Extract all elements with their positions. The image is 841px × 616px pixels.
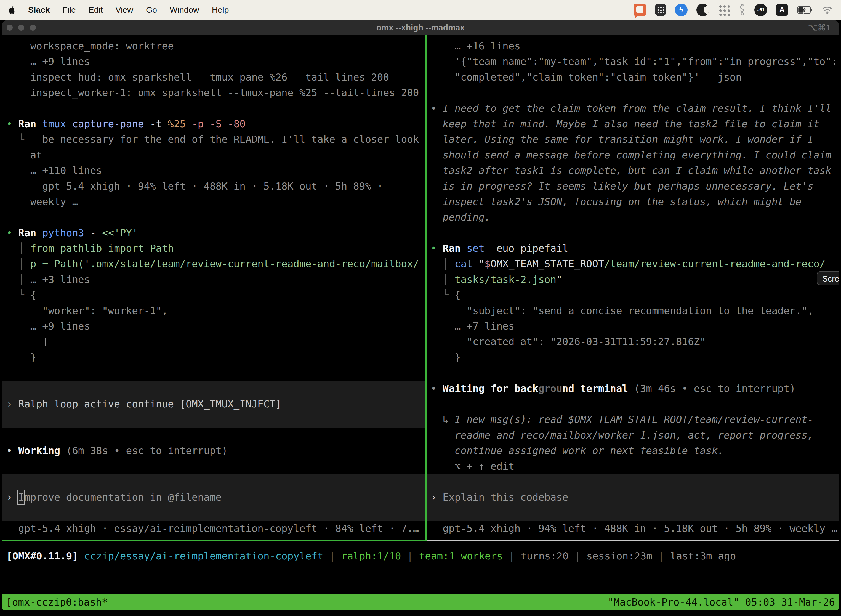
- window-title: omx --xhigh --madmax: [2, 20, 839, 35]
- screen-overlay-button[interactable]: Scre: [817, 271, 839, 285]
- terminal-line: ⌥ + ↑ edit: [431, 459, 839, 474]
- text-segment: {: [30, 289, 37, 301]
- text-segment: │: [6, 243, 30, 254]
- text-segment: Waiting for back: [442, 383, 538, 394]
- left-terminal-pane[interactable]: workspace_mode: worktree … +9 lines insp…: [2, 35, 425, 540]
- terminal-line: • Ran set -euo pipefail: [431, 241, 839, 256]
- terminal-line: • Ran tmux capture-pane -t %25 -p -S -80: [6, 116, 425, 132]
- menu-item-view[interactable]: View: [115, 5, 133, 15]
- wifi-icon[interactable]: [822, 6, 833, 14]
- text-segment: Ran: [18, 118, 42, 129]
- terminal-line: workspace_mode: worktree: [6, 38, 425, 54]
- terminal-line: }: [431, 350, 839, 365]
- window-titlebar[interactable]: omx --xhigh --madmax ⌥⌘1: [2, 20, 839, 35]
- text-segment: /team/review-current-readme-and-reco/: [604, 258, 826, 269]
- text-segment: I need to get the claim token from the c…: [442, 103, 831, 114]
- input-source-icon[interactable]: A: [776, 4, 788, 16]
- text-segment: "subject": "send a concise recommendatio…: [431, 305, 813, 316]
- text-segment: Ran: [18, 227, 42, 238]
- text-segment: •: [431, 383, 442, 394]
- text-segment: … +3 lines: [30, 274, 90, 285]
- prompt-input[interactable]: › Explain this codebase: [426, 474, 839, 521]
- menu-bar-left: Slack FileEditViewGoWindowHelp: [8, 5, 229, 15]
- text-segment: (6m 38s • esc to interrupt): [66, 445, 228, 456]
- chat-app-icon[interactable]: [633, 4, 646, 16]
- terminal-line: └ be necessary for the end of the README…: [6, 132, 425, 147]
- text-segment: gpt-5.4 xhigh · essay/ai-reimplementatio…: [6, 523, 419, 534]
- badge-61-glyph: ..61: [755, 4, 767, 16]
- crescent-app-glyph: [696, 4, 709, 16]
- text-segment: •: [431, 243, 442, 254]
- terminal-line: › Improve documentation in @filename: [6, 490, 425, 505]
- badge-61-icon[interactable]: ..61: [755, 4, 767, 16]
- text-segment: "worker": "worker-1",: [6, 305, 168, 316]
- menu-item-window[interactable]: Window: [170, 5, 199, 15]
- terminal-line: ]: [6, 334, 425, 349]
- terminal-line: │ from pathlib import Path: [6, 241, 425, 256]
- text-cursor: I: [18, 491, 24, 503]
- text-segment: └: [6, 289, 30, 301]
- menu-item-file[interactable]: File: [62, 5, 76, 15]
- shield-app-icon[interactable]: [655, 4, 666, 16]
- right-terminal-pane[interactable]: … +16 lines '{"team_name":"my-team","tas…: [426, 35, 839, 540]
- menu-item-edit[interactable]: Edit: [89, 5, 103, 15]
- text-segment: tmux: [42, 118, 72, 129]
- pane-border-active: [2, 540, 426, 541]
- text-segment: |: [652, 550, 670, 562]
- inject-band[interactable]: › Ralph loop active continue [OMX_TMUX_I…: [2, 381, 425, 427]
- text-segment: … +9 lines: [6, 56, 90, 67]
- terminal-line: [6, 210, 425, 225]
- menu-item-go[interactable]: Go: [146, 5, 157, 15]
- text-segment: }: [6, 352, 36, 363]
- window-shortcut: ⌥⌘1: [808, 20, 831, 35]
- squiggle-app-icon[interactable]: [739, 4, 746, 16]
- menu-item-help[interactable]: Help: [212, 5, 229, 15]
- terminal-line: "completed","claim_token":"claim-token"}…: [431, 70, 839, 85]
- prompt-input[interactable]: › Improve documentation in @filename: [2, 474, 425, 521]
- text-segment: -: [90, 227, 102, 238]
- text-segment: Working: [18, 445, 66, 456]
- terminal-line: › Ralph loop active continue [OMX_TMUX_I…: [6, 396, 425, 412]
- crescent-app-icon[interactable]: [696, 4, 709, 16]
- text-segment: readme-and-reco/mailbox/worker-1.json, a…: [431, 430, 813, 441]
- text-segment: Explain this codebase: [442, 491, 568, 503]
- text-segment: <<'PY': [102, 227, 138, 238]
- text-segment: {: [455, 289, 461, 301]
- text-segment: Ralph loop active continue [OMX_TMUX_INJ…: [18, 398, 281, 409]
- text-segment: … +9 lines: [6, 320, 90, 332]
- text-segment: set: [467, 243, 491, 254]
- blue-bolt-app-icon[interactable]: [675, 4, 687, 16]
- terminal-line: … +16 lines: [431, 38, 839, 54]
- input-source-glyph: A: [776, 4, 788, 16]
- terminal-line: [6, 365, 425, 381]
- terminal-line: [6, 427, 425, 443]
- dots-grid-app-icon[interactable]: [718, 4, 730, 16]
- text-segment: tasks/task-2.json: [455, 274, 556, 285]
- text-segment: inspect_worker-1: omx sparkshell --tmux-…: [6, 87, 419, 98]
- terminal-line: "subject": "send a concise recommendatio…: [431, 303, 839, 318]
- text-segment: inspect task2's JSON, focusing on the st…: [431, 196, 801, 207]
- text-segment: nd terminal: [562, 383, 634, 394]
- terminal-line: is in progress? It seems likely but perh…: [431, 179, 839, 194]
- apple-icon[interactable]: [8, 6, 15, 14]
- text-segment: │: [431, 258, 455, 269]
- terminal-line: … +9 lines: [6, 54, 425, 69]
- battery-icon[interactable]: [797, 6, 813, 14]
- text-segment: Ran: [442, 243, 467, 254]
- menu-item-app[interactable]: Slack: [28, 5, 50, 15]
- terminal-line: weekly …: [6, 194, 425, 210]
- text-segment: task2 after task1 is complete, but can I…: [431, 165, 831, 176]
- text-segment: ": [556, 274, 562, 285]
- text-segment: ›: [431, 491, 442, 503]
- text-segment: •: [431, 103, 442, 114]
- terminal-line: └ {: [431, 287, 839, 303]
- terminal-line: [6, 101, 425, 116]
- text-segment: -t: [150, 118, 168, 129]
- tmux-host-clock: "MacBook-Pro-44.local" 05:03 31-Mar-26: [608, 594, 835, 610]
- text-segment: │: [6, 274, 30, 285]
- terminal-line: ↳ 1 new msg(s): read $OMX_TEAM_STATE_ROO…: [431, 412, 839, 427]
- terminal-line: [6, 459, 425, 474]
- text-segment: └: [6, 133, 42, 145]
- text-segment: ›: [6, 491, 18, 503]
- terminal-line: • Waiting for background terminal (3m 46…: [431, 381, 839, 396]
